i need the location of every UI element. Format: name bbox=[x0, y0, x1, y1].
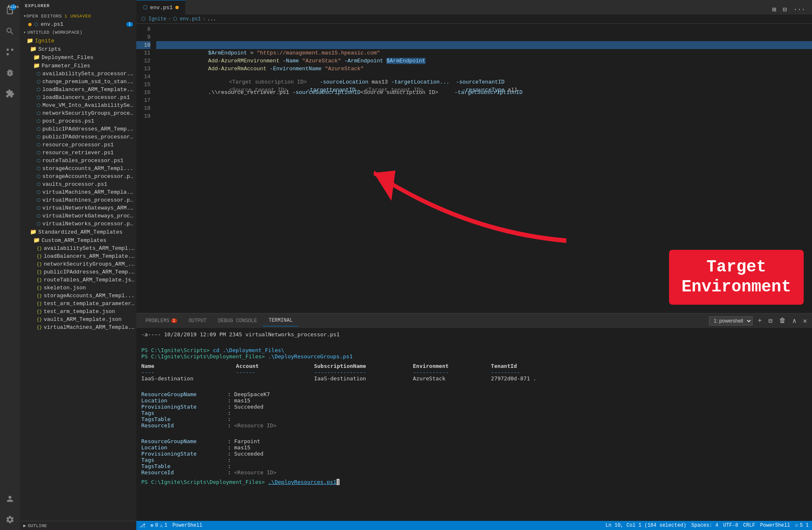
tree-item[interactable]: {} virtualMachines_ARM_Templa... bbox=[20, 323, 136, 331]
tree-item[interactable]: ⬡ post_process.ps1 bbox=[20, 117, 136, 125]
terminal-area: PROBLEMS 1 OUTPUT DEBUG CONSOLE TERMINAL… bbox=[136, 313, 812, 521]
tree-item[interactable]: ⬡ resource_retriever.ps1 bbox=[20, 149, 136, 157]
powershell-label: PowerShell bbox=[172, 523, 202, 528]
tree-item[interactable]: ⬡ storageAccounts_ARM_Templ... bbox=[20, 165, 136, 173]
breadcrumb-env-ps1[interactable]: ⬡ env.ps1 bbox=[173, 16, 201, 22]
tree-item[interactable]: {} storageAccounts_ARM_Templ... bbox=[20, 292, 136, 300]
breadcrumb: ⬡ Ignite › ⬡ env.ps1 › ... bbox=[136, 15, 812, 24]
tree-item[interactable]: ⬡ loadBalancers_ARM_Template... bbox=[20, 86, 136, 94]
open-editor-env-ps1[interactable]: ⬡ env.ps1 1 bbox=[20, 20, 136, 28]
workspace-header[interactable]: ▾ UNTITLED (WORKSPACE) bbox=[20, 28, 136, 37]
tree-item[interactable]: ⬡ networkSecurityGroups_proce... bbox=[20, 109, 136, 117]
ps1-icon: ⬡ bbox=[37, 197, 41, 203]
kill-terminal-icon[interactable]: 🗑 bbox=[778, 316, 787, 325]
open-editor-name: env.ps1 bbox=[41, 21, 64, 27]
outline-section[interactable]: ▶ OUTLINE bbox=[20, 521, 136, 530]
tree-item[interactable]: ⬡ virtualNetworkGateways_ARM... bbox=[20, 204, 136, 212]
tree-scripts[interactable]: 📁 Scripts bbox=[20, 45, 136, 53]
tab-terminal[interactable]: TERMINAL bbox=[263, 315, 298, 326]
tab-problems[interactable]: PROBLEMS 1 bbox=[140, 316, 183, 326]
ps1-icon: ⬡ bbox=[37, 142, 41, 148]
terminal-rg2-location: Location : mas15 bbox=[141, 444, 807, 451]
tree-item[interactable]: {} publicIPAddresses_ARM_Temp... bbox=[20, 268, 136, 276]
git-status[interactable]: ⎇ bbox=[140, 523, 145, 529]
spaces[interactable]: Spaces: 4 bbox=[691, 523, 718, 528]
tree-item[interactable]: {} routeTables_ARM_Template.json bbox=[20, 276, 136, 284]
activity-settings-icon[interactable] bbox=[3, 513, 17, 527]
new-terminal-icon[interactable]: + bbox=[756, 316, 763, 325]
tree-ignite[interactable]: 📁 Ignite bbox=[20, 37, 136, 45]
tab-debug-console[interactable]: DEBUG CONSOLE bbox=[212, 316, 263, 326]
explorer-header: EXPLORER bbox=[20, 0, 136, 12]
tab-env-ps1[interactable]: ⬡ env.ps1 bbox=[136, 0, 185, 15]
tree-item[interactable]: ⬡ resource_processor.ps1 bbox=[20, 141, 136, 149]
feedback[interactable]: ☺ S 1 bbox=[795, 523, 809, 528]
tree-item[interactable]: ⬡ virtualMachines_ARM_Templa... bbox=[20, 188, 136, 196]
toggle-layout-icon[interactable]: ⊟ bbox=[781, 5, 789, 15]
unsaved-dot bbox=[175, 6, 179, 9]
tree-item[interactable]: ⬡ storageAccounts_processor.ps1 bbox=[20, 173, 136, 180]
tree-item[interactable]: {} vaults_ARM_Template.json bbox=[20, 316, 136, 323]
activity-git-icon[interactable] bbox=[3, 45, 17, 59]
error-count: 0 bbox=[155, 523, 158, 528]
ps1-icon: ⬡ bbox=[37, 118, 41, 124]
open-editors-header[interactable]: ▾ OPEN EDITORS 1 UNSAVED bbox=[20, 12, 136, 20]
sidebar-footer: ▶ OUTLINE bbox=[20, 521, 136, 530]
activity-files-icon[interactable]: files bbox=[3, 3, 17, 17]
workspace-label: UNTITLED (WORKSPACE) bbox=[27, 30, 82, 35]
code-line-18 bbox=[156, 104, 812, 112]
terminal-rg2-pstate: ProvisioningState : Succeeded bbox=[141, 451, 807, 457]
error-warning-count[interactable]: ⊗ 0 ⚠ 1 bbox=[150, 523, 167, 529]
tree-custom-arm[interactable]: 📁 Custom_ARM_Templates bbox=[20, 236, 136, 244]
tree-item[interactable]: ⬡ publicIPAddresses_ARM_Temp... bbox=[20, 125, 136, 133]
tree-item[interactable]: {} networkSecurityGroups_ARM_... bbox=[20, 260, 136, 268]
close-terminal-icon[interactable]: ✕ bbox=[801, 316, 809, 326]
folder-icon: 📁 bbox=[33, 54, 40, 61]
tree-item[interactable]: ⬡ virtualNetworkGateways_proc... bbox=[20, 212, 136, 220]
breadcrumb-ignite[interactable]: ⬡ Ignite bbox=[141, 16, 166, 22]
tree-item[interactable]: ⬡ loadBalancers_processor.ps1 bbox=[20, 94, 136, 101]
maximize-icon[interactable]: ∧ bbox=[791, 316, 798, 326]
tree-item[interactable]: ⬡ change_premium_ssd_to_stan... bbox=[20, 78, 136, 86]
tree-item[interactable]: {} test_arm_template_parameter... bbox=[20, 300, 136, 308]
ps1-icon: ⬡ bbox=[37, 205, 41, 211]
tree-item[interactable]: ⬡ availabilitySets_processor.ps1 bbox=[20, 70, 136, 78]
tree-item[interactable]: {} skeleton.json bbox=[20, 284, 136, 292]
shell-selector[interactable]: 1: powershell bbox=[709, 316, 753, 325]
terminal-rg1-tags: Tags : bbox=[141, 410, 807, 416]
tree-item[interactable]: ⬡ routeTables_processor.ps1 bbox=[20, 157, 136, 165]
workspace-tree: ▾ UNTITLED (WORKSPACE) 📁 Ignite 📁 Script… bbox=[20, 28, 136, 521]
powershell-status[interactable]: PowerShell bbox=[172, 523, 202, 528]
tree-item[interactable]: ⬡ virtualMachines_processor.ps1 bbox=[20, 196, 136, 204]
status-bar: ⎇ ⊗ 0 ⚠ 1 PowerShell Ln 10, Col 1 (184 s… bbox=[136, 521, 812, 530]
tree-item[interactable]: ⬡ vaults_processor.ps1 bbox=[20, 180, 136, 188]
tree-item[interactable]: {} loadBalancers_ARM_Template... bbox=[20, 252, 136, 260]
line-endings[interactable]: CRLF bbox=[743, 523, 755, 528]
terminal-content[interactable]: -a---- 10/28/2019 12:09 PM 2345 virtualN… bbox=[136, 328, 812, 521]
code-editor[interactable]: 8 9 10 11 12 13 14 15 16 17 18 19 bbox=[136, 24, 812, 313]
more-actions-icon[interactable]: ··· bbox=[792, 5, 807, 14]
tree-parameter-files[interactable]: 📁 Parameter_Files bbox=[20, 62, 136, 70]
split-terminal-icon[interactable]: ⊟ bbox=[767, 316, 774, 326]
tree-ignite-label: Ignite bbox=[35, 38, 54, 44]
tree-item[interactable]: ⬡ publicIPAddresses_processor... bbox=[20, 133, 136, 141]
tab-output[interactable]: OUTPUT bbox=[183, 316, 212, 326]
split-editor-icon[interactable]: ⊞ bbox=[770, 5, 778, 15]
encoding[interactable]: UTF-8 bbox=[723, 523, 738, 528]
tree-standardized[interactable]: 📁 Standardized_ARM_Templates bbox=[20, 228, 136, 236]
activity-account-icon[interactable] bbox=[3, 492, 17, 506]
cursor-position[interactable]: Ln 10, Col 1 (184 selected) bbox=[605, 523, 686, 528]
chevron-icon: ▾ bbox=[23, 30, 26, 35]
language-mode[interactable]: PowerShell bbox=[760, 523, 790, 528]
activity-debug-icon[interactable] bbox=[3, 66, 17, 80]
terminal-rg1-name: ResourceGroupName : DeepSpaceK7 bbox=[141, 391, 807, 397]
tree-item[interactable]: {} availabilitySets_ARM_Templ... bbox=[20, 244, 136, 252]
activity-search-icon[interactable] bbox=[3, 24, 17, 38]
tree-item[interactable]: ⬡ Move_VM_Into_AvailabilitySet... bbox=[20, 101, 136, 109]
tree-deployment-files[interactable]: 📁 Deployment_Files bbox=[20, 53, 136, 62]
tree-item[interactable]: {} test_arm_template.json bbox=[20, 308, 136, 316]
activity-extensions-icon[interactable] bbox=[3, 86, 17, 101]
tree-item[interactable]: ⬡ virtualNetworks_processor.ps1 bbox=[20, 220, 136, 228]
json-icon: {} bbox=[37, 309, 42, 314]
line-numbers: 8 9 10 11 12 13 14 15 16 17 18 19 bbox=[136, 24, 155, 313]
